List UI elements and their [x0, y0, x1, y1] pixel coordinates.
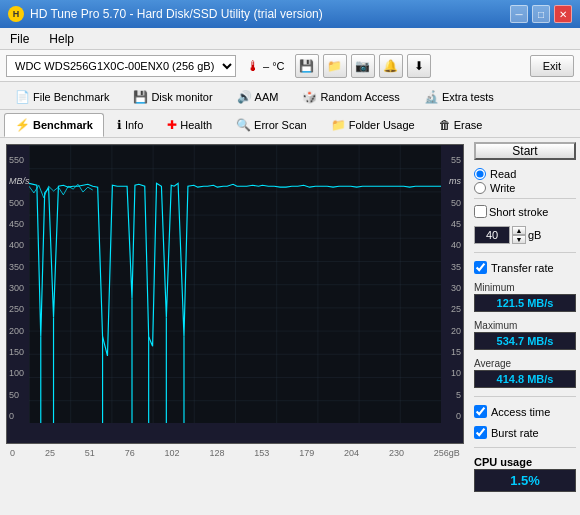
tab-folder-usage[interactable]: 📁 Folder Usage	[320, 113, 426, 137]
y-left-500: 500	[9, 198, 30, 208]
read-option[interactable]: Read	[474, 168, 576, 180]
transfer-rate-row: Transfer rate	[474, 261, 576, 274]
y-left-550: 550	[9, 155, 30, 165]
download-icon-btn[interactable]: ⬇	[407, 54, 431, 78]
maximize-button[interactable]: □	[532, 5, 550, 23]
title-bar: H HD Tune Pro 5.70 - Hard Disk/SSD Utili…	[0, 0, 580, 28]
short-stroke-row: Short stroke	[474, 205, 576, 218]
menu-file[interactable]: File	[6, 30, 33, 48]
minimum-value: 121.5 MB/s	[474, 294, 576, 312]
x-51: 51	[85, 448, 95, 458]
bell-icon-btn[interactable]: 🔔	[379, 54, 403, 78]
temp-value: – °C	[263, 60, 285, 72]
close-button[interactable]: ✕	[554, 5, 572, 23]
tab-erase-label: Erase	[454, 119, 483, 131]
disk-dropdown[interactable]: WDC WDS256G1X0C-00ENX0 (256 gB)	[6, 55, 236, 77]
y-left-0: 0	[9, 411, 30, 421]
maximum-block: Maximum 534.7 MB/s	[474, 318, 576, 352]
camera-icon-btn[interactable]: 📷	[351, 54, 375, 78]
stroke-value-input[interactable]	[474, 226, 510, 244]
x-25: 25	[45, 448, 55, 458]
chart-area: 550 MB/s 500 450 400 350 300 250 200 150…	[6, 144, 464, 444]
y-right-5: 5	[449, 390, 461, 400]
divider2	[474, 396, 576, 397]
x-230: 230	[389, 448, 404, 458]
tab-extra-tests[interactable]: 🔬 Extra tests	[413, 85, 505, 109]
spin-up-button[interactable]: ▲	[512, 226, 526, 235]
minimum-block: Minimum 121.5 MB/s	[474, 280, 576, 314]
tab-benchmark[interactable]: ⚡ Benchmark	[4, 113, 104, 137]
start-button[interactable]: Start	[474, 142, 576, 160]
cpu-block: CPU usage 1.5%	[474, 454, 576, 494]
cpu-usage-label: CPU usage	[474, 456, 576, 468]
y-right-45: 45	[449, 219, 461, 229]
y-right-15: 15	[449, 347, 461, 357]
random-icon: 🎲	[302, 90, 317, 104]
tab-error-scan[interactable]: 🔍 Error Scan	[225, 113, 318, 137]
tab-disk-monitor-label: Disk monitor	[151, 91, 212, 103]
exit-button[interactable]: Exit	[530, 55, 574, 77]
cpu-value: 1.5%	[474, 469, 576, 492]
y-left-450: 450	[9, 219, 30, 229]
spin-down-button[interactable]: ▼	[512, 235, 526, 244]
access-time-label: Access time	[491, 406, 550, 418]
tab-info[interactable]: ℹ Info	[106, 113, 154, 137]
y-right-25: 25	[449, 304, 461, 314]
maximum-label: Maximum	[474, 320, 576, 331]
divider1	[474, 252, 576, 253]
tab-error-scan-label: Error Scan	[254, 119, 307, 131]
short-stroke-checkbox[interactable]	[474, 205, 487, 218]
tab-health[interactable]: ✚ Health	[156, 113, 223, 137]
y-left-50: 50	[9, 390, 30, 400]
transfer-rate-checkbox[interactable]	[474, 261, 487, 274]
tab-erase[interactable]: 🗑 Erase	[428, 113, 494, 137]
access-time-row: Access time	[474, 405, 576, 418]
tab-info-label: Info	[125, 119, 143, 131]
toolbar: WDC WDS256G1X0C-00ENX0 (256 gB) 🌡 – °C 💾…	[0, 50, 580, 82]
menu-help[interactable]: Help	[45, 30, 78, 48]
write-label: Write	[490, 182, 515, 194]
x-128: 128	[209, 448, 224, 458]
y-right-0: 0	[449, 411, 461, 421]
tab-random-access[interactable]: 🎲 Random Access	[291, 85, 410, 109]
title-bar-controls: ─ □ ✕	[510, 5, 572, 23]
y-right-55: 55	[449, 155, 461, 165]
average-value: 414.8 MB/s	[474, 370, 576, 388]
read-radio[interactable]	[474, 168, 486, 180]
x-256: 256gB	[434, 448, 460, 458]
y-left-400: 400	[9, 240, 30, 250]
folder-icon-btn[interactable]: 📁	[323, 54, 347, 78]
sound-icon: 🔊	[237, 90, 252, 104]
main-content: 550 MB/s 500 450 400 350 300 250 200 150…	[0, 138, 580, 458]
menu-bar: File Help	[0, 28, 580, 50]
burst-rate-checkbox[interactable]	[474, 426, 487, 439]
minimum-label: Minimum	[474, 282, 576, 293]
thermometer-icon: 🌡	[246, 58, 260, 74]
stroke-input-row: ▲ ▼ gB	[474, 226, 576, 244]
erase-icon: 🗑	[439, 118, 451, 132]
tab-disk-monitor[interactable]: 💾 Disk monitor	[122, 85, 223, 109]
y-left-300: 300	[9, 283, 30, 293]
burst-rate-label: Burst rate	[491, 427, 539, 439]
average-label: Average	[474, 358, 576, 369]
access-time-checkbox[interactable]	[474, 405, 487, 418]
tab-aam[interactable]: 🔊 AAM	[226, 85, 290, 109]
y-left-100: 100	[9, 368, 30, 378]
write-option[interactable]: Write	[474, 182, 576, 194]
write-radio[interactable]	[474, 182, 486, 194]
health-icon: ✚	[167, 118, 177, 132]
y-right-20: 20	[449, 326, 461, 336]
tab-file-benchmark-label: File Benchmark	[33, 91, 109, 103]
disk-icon: 💾	[133, 90, 148, 104]
tab-file-benchmark[interactable]: 📄 File Benchmark	[4, 85, 120, 109]
x-0: 0	[10, 448, 15, 458]
short-stroke-label: Short stroke	[489, 206, 548, 218]
hdd-icon-btn[interactable]: 💾	[295, 54, 319, 78]
tabs-row1: 📄 File Benchmark 💾 Disk monitor 🔊 AAM 🎲 …	[0, 82, 580, 110]
tab-random-access-label: Random Access	[320, 91, 399, 103]
gb-label: gB	[528, 229, 541, 241]
right-panel: Start Read Write Short stroke ▲ ▼ gB	[470, 138, 580, 458]
minimize-button[interactable]: ─	[510, 5, 528, 23]
y-left-mbs: MB/s	[9, 176, 30, 186]
tabs-row2: ⚡ Benchmark ℹ Info ✚ Health 🔍 Error Scan…	[0, 110, 580, 138]
